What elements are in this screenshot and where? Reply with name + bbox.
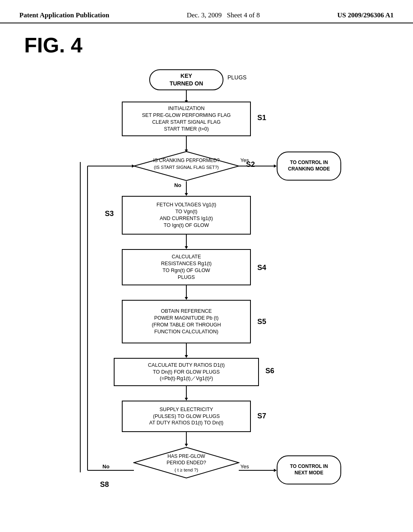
svg-marker-17 (185, 444, 188, 447)
s5-label: S5 (257, 318, 266, 326)
svg-marker-15 (185, 398, 188, 401)
header-date-sheet: Dec. 3, 2009 Sheet 4 of 8 (187, 11, 260, 19)
figure-title: FIG. 4 (0, 23, 413, 57)
start-label: KEY TURNED ON (169, 72, 203, 87)
header-patent-number: US 2009/296306 A1 (337, 11, 394, 19)
svg-marker-11 (185, 297, 188, 300)
s1-text: INITIALIZATION SET PRE-GLOW PERFORMING F… (142, 105, 231, 133)
s3-text: FETCH VOLTAGES Vg1(t) TO Vgn(t) AND CURR… (156, 202, 216, 229)
s6-label: S6 (265, 367, 274, 375)
svg-marker-9 (185, 246, 188, 249)
svg-marker-13 (185, 355, 188, 358)
svg-text:(IS START SIGNAL FLAG SET?): (IS START SIGNAL FLAG SET?) (154, 165, 219, 170)
s3-label: S3 (105, 210, 114, 218)
s8-diamond-svg: HAS PRE-GLOW PERIOD ENDED? ( t ≥ tend ?) (133, 447, 240, 479)
svg-text:( t ≥ tend ?): ( t ≥ tend ?) (175, 468, 198, 472)
s7-label: S7 (257, 412, 266, 420)
cranking-mode-text: TO CONTROL IN CRANKING MODE (288, 160, 330, 172)
s3-box: FETCH VOLTAGES Vg1(t) TO Vgn(t) AND CURR… (122, 196, 251, 235)
cranking-mode-node: TO CONTROL IN CRANKING MODE (277, 152, 341, 181)
svg-text:HAS PRE-GLOW: HAS PRE-GLOW (167, 453, 205, 459)
flowchart: KEY TURNED ON PLUGS INITIALIZATION SET P… (25, 61, 388, 509)
s4-label: S4 (257, 264, 266, 272)
page-header: Patent Application Publication Dec. 3, 2… (0, 0, 413, 23)
header-publication: Patent Application Publication (19, 11, 109, 19)
next-mode-node: TO CONTROL IN NEXT MODE (277, 455, 341, 484)
svg-text:PERIOD ENDED?: PERIOD ENDED? (167, 460, 206, 466)
svg-marker-7 (274, 164, 277, 168)
s8-yes-label: Yes (240, 463, 249, 470)
s1-label: S1 (257, 114, 266, 122)
s7-text: SUPPLY ELECTRICITY (PULSES) TO GLOW PLUG… (149, 406, 223, 427)
s8-no-label: No (102, 463, 109, 470)
s2-yes-label: Yes (240, 157, 249, 163)
s5-box: OBTAIN REFERENCE POWER MAGNITUDE Pb (t) … (122, 300, 251, 343)
s5-text: OBTAIN REFERENCE POWER MAGNITUDE Pb (t) … (152, 308, 221, 335)
start-node: KEY TURNED ON (149, 69, 223, 90)
svg-text:IS CRANKING PERFORMED?: IS CRANKING PERFORMED? (153, 158, 220, 163)
s4-text: CALCULATE RESISTANCES Rg1(t) TO Rgn(t) O… (161, 254, 212, 281)
s2-diamond-svg: IS CRANKING PERFORMED? (IS START SIGNAL … (133, 151, 240, 181)
s6-text: CALCULATE DUTY RATIOS D1(t) TO Dn(t) FOR… (148, 362, 225, 382)
svg-marker-5 (185, 193, 188, 196)
plugs-label: PLUGS (227, 74, 246, 81)
next-mode-text: TO CONTROL IN NEXT MODE (290, 463, 328, 476)
s6-box: CALCULATE DUTY RATIOS D1(t) TO Dn(t) FOR… (114, 358, 259, 386)
s8-label: S8 (100, 480, 109, 489)
svg-marker-19 (274, 469, 277, 472)
s2-no-label: No (174, 182, 181, 188)
s1-box: INITIALIZATION SET PRE-GLOW PERFORMING F… (122, 102, 251, 136)
s4-box: CALCULATE RESISTANCES Rg1(t) TO Rgn(t) O… (122, 249, 251, 285)
s7-box: SUPPLY ELECTRICITY (PULSES) TO GLOW PLUG… (122, 401, 251, 432)
left-loop-line (80, 162, 81, 472)
